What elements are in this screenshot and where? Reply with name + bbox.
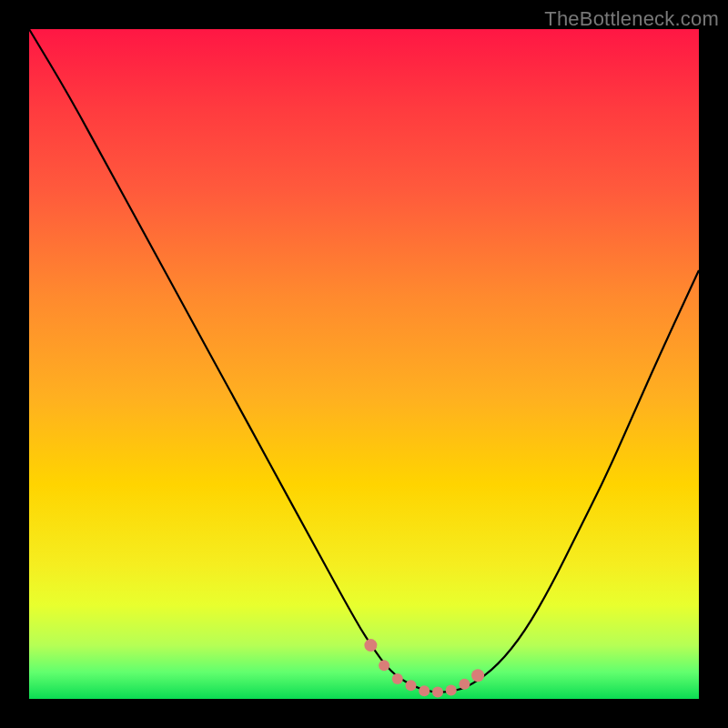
marker-dot — [446, 684, 457, 695]
marker-dot — [379, 660, 389, 671]
marker-dot — [392, 673, 403, 684]
marker-dot — [364, 639, 377, 652]
marker-dot — [471, 669, 484, 682]
curve-layer — [29, 29, 699, 699]
marker-dot — [406, 680, 417, 691]
marker-dot — [432, 687, 443, 698]
highlighted-range-markers — [364, 639, 484, 698]
marker-dot — [419, 685, 430, 696]
marker-dot — [459, 679, 470, 690]
bottleneck-curve — [29, 29, 699, 693]
chart-frame: TheBottleneck.com — [0, 0, 728, 728]
watermark-text: TheBottleneck.com — [544, 7, 719, 31]
plot-area — [29, 29, 699, 699]
